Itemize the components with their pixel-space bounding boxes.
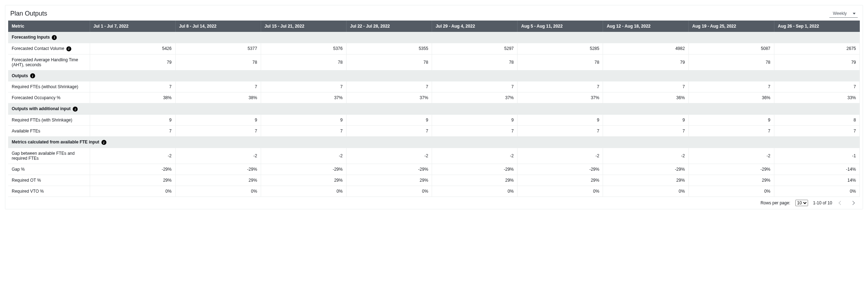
metric-value: 9	[346, 115, 432, 126]
metric-value: 38%	[175, 92, 261, 103]
table-row: Available FTEs777777777	[8, 126, 860, 137]
table-pager: Rows per page: 10 1-10 of 10	[8, 197, 860, 208]
metric-value: 0%	[90, 186, 175, 197]
section-heading: Outputs with additional inputi	[8, 103, 860, 115]
metric-value: 79	[774, 54, 859, 70]
metric-value: -29%	[261, 164, 346, 175]
col-metric: Metric	[8, 21, 90, 32]
metric-label: Required FTEs (without Shrinkage)	[8, 81, 90, 92]
metric-value: 29%	[689, 175, 774, 186]
metric-value: 29%	[90, 175, 175, 186]
metric-value: 29%	[603, 175, 689, 186]
metric-value: 79	[90, 54, 175, 70]
metric-value: 33%	[774, 92, 859, 103]
metric-value: 5285	[518, 43, 603, 54]
period-label: Weekly	[833, 11, 847, 16]
metric-value: 9	[603, 115, 689, 126]
col-date-3: Jul 15 - Jul 21, 2022	[261, 21, 346, 32]
card-header: Plan Outputs Weekly	[8, 10, 860, 21]
metric-value: 37%	[518, 92, 603, 103]
metric-value: 29%	[261, 175, 346, 186]
col-date-6: Aug 5 - Aug 11, 2022	[518, 21, 603, 32]
metric-label: Gap %	[8, 164, 90, 175]
metric-value: 78	[175, 54, 261, 70]
metric-value: -2	[346, 148, 432, 164]
metric-value: -2	[432, 148, 518, 164]
col-date-1: Jul 1 - Jul 7, 2022	[90, 21, 175, 32]
table-row: Gap between available FTEs and required …	[8, 148, 860, 164]
metric-value: 0%	[261, 186, 346, 197]
section-header: Outputsi	[8, 70, 860, 81]
metric-value: 7	[518, 126, 603, 137]
metric-value: 29%	[175, 175, 261, 186]
pager-range-text: 1-10 of 10	[813, 200, 832, 205]
pager-next-button[interactable]	[849, 199, 856, 207]
metric-label: Forecasted Occupancy %	[8, 92, 90, 103]
metric-value: -29%	[175, 164, 261, 175]
info-icon[interactable]: i	[101, 140, 106, 145]
metric-value: 5426	[90, 43, 175, 54]
info-icon[interactable]: i	[73, 107, 78, 112]
info-icon[interactable]: i	[66, 46, 71, 51]
table-row: Forecasted Average Handling Time (AHT), …	[8, 54, 860, 70]
metric-value: 7	[90, 81, 175, 92]
pager-prev-button[interactable]	[837, 199, 844, 207]
metric-value: 29%	[346, 175, 432, 186]
metric-value: 29%	[518, 175, 603, 186]
col-date-9: Aug 26 - Sep 1, 2022	[774, 21, 859, 32]
metric-value: 78	[346, 54, 432, 70]
col-date-8: Aug 19 - Aug 25, 2022	[689, 21, 774, 32]
info-icon[interactable]: i	[52, 35, 57, 40]
metric-value: 7	[432, 81, 518, 92]
metric-label: Required FTEs (with Shrinkage)	[8, 115, 90, 126]
metric-value: 7	[518, 81, 603, 92]
metric-value: 0%	[518, 186, 603, 197]
table-row: Required FTEs (without Shrinkage)7777777…	[8, 81, 860, 92]
metric-value: 5355	[346, 43, 432, 54]
table-row: Forecasted Occupancy %38%38%37%37%37%37%…	[8, 92, 860, 103]
section-header: Outputs with additional inputi	[8, 103, 860, 115]
rows-per-page-select[interactable]: 10	[795, 200, 808, 206]
metric-value: 9	[261, 115, 346, 126]
metric-label: Forecasted Contact Volumei	[8, 43, 90, 54]
metric-label: Available FTEs	[8, 126, 90, 137]
metric-value: 0%	[432, 186, 518, 197]
metric-value: 7	[689, 126, 774, 137]
metric-value: -14%	[774, 164, 859, 175]
metric-value: 36%	[603, 92, 689, 103]
metric-value: 78	[432, 54, 518, 70]
metric-value: 37%	[261, 92, 346, 103]
metric-value: 79	[603, 54, 689, 70]
period-dropdown[interactable]: Weekly	[829, 10, 858, 18]
metric-value: 0%	[175, 186, 261, 197]
metric-value: 14%	[774, 175, 859, 186]
metric-value: 0%	[346, 186, 432, 197]
metric-value: 78	[518, 54, 603, 70]
section-heading: Outputsi	[8, 70, 860, 81]
metric-value: 8	[774, 115, 859, 126]
metric-value: 2675	[774, 43, 859, 54]
caret-down-icon	[853, 13, 856, 15]
metric-value: 78	[261, 54, 346, 70]
metric-label: Required OT %	[8, 175, 90, 186]
metric-value: 37%	[346, 92, 432, 103]
metric-value: 29%	[432, 175, 518, 186]
metric-value: 7	[175, 81, 261, 92]
table-row: Required OT %29%29%29%29%29%29%29%29%14%	[8, 175, 860, 186]
metric-value: -2	[175, 148, 261, 164]
metric-value: 5377	[175, 43, 261, 54]
metric-value: 7	[346, 126, 432, 137]
metric-value: 5087	[689, 43, 774, 54]
metric-value: 7	[346, 81, 432, 92]
metric-value: 0%	[689, 186, 774, 197]
metric-value: -1	[774, 148, 859, 164]
metric-label: Forecasted Average Handling Time (AHT), …	[8, 54, 90, 70]
metric-value: 5297	[432, 43, 518, 54]
metric-value: -2	[603, 148, 689, 164]
col-date-7: Aug 12 - Aug 18, 2022	[603, 21, 689, 32]
metric-value: 9	[175, 115, 261, 126]
metric-value: 7	[603, 126, 689, 137]
section-heading: Metrics calculated from available FTE in…	[8, 137, 860, 148]
info-icon[interactable]: i	[30, 73, 35, 78]
metric-value: 0%	[774, 186, 859, 197]
